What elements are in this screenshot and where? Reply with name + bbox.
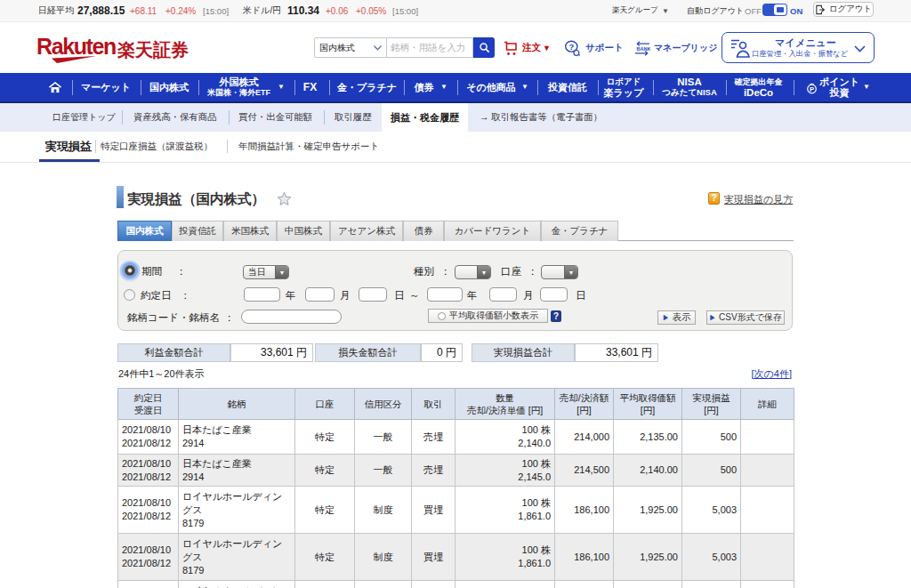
svg-text:?: ? — [568, 42, 574, 52]
svg-text:P: P — [810, 85, 814, 93]
svg-text:BANK: BANK — [637, 46, 651, 52]
